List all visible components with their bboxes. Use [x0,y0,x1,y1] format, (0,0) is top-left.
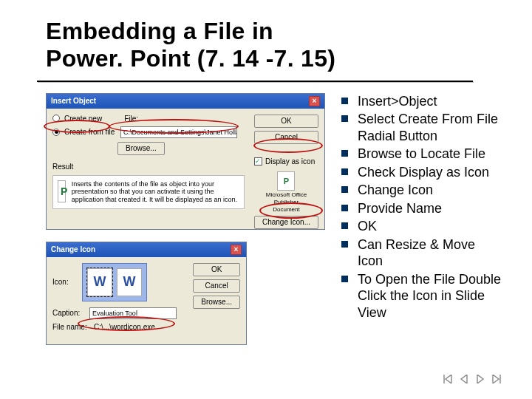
bullet-item: OK [340,218,502,235]
dialog2-title-text: Change Icon [51,245,95,253]
square-bullet-icon [341,150,348,157]
slide-title: Embedding a File in Power. Point (7. 14 … [46,18,502,72]
caption-label: Caption: [52,309,85,317]
bullet-item: Provide Name [340,200,502,217]
icon-caption-1: Microsoft Office [266,192,307,198]
nav-next-icon[interactable] [474,374,486,384]
dialog2-body: OK Cancel Browse... Icon: Caption: Evalu [47,257,246,342]
square-bullet-icon [341,186,348,193]
dialog-titlebar: Insert Object × [47,94,324,109]
cancel-button[interactable]: Cancel [254,131,318,144]
change-icon-dialog: Change Icon × OK Cancel Browse... Icon: [46,242,247,345]
word-icon[interactable] [87,268,112,296]
result-box: Inserts the contents of the file as obje… [52,175,245,209]
bullet-text: Browse to Locate File [358,146,485,161]
square-bullet-icon [341,168,348,175]
bullet-list: Insert>Object Select Create From File Ra… [340,93,502,321]
bullet-item: Browse to Locate File [340,146,502,163]
caption-input[interactable]: Evaluation Tool [89,307,177,319]
close-icon[interactable]: × [231,245,242,255]
file-path-input[interactable]: C:\Documents and Settings\Janet Holland\… [120,126,237,138]
bullet-text: Check Display as Icon [358,165,489,180]
display-as-icon-checkbox[interactable]: ✓ [254,157,262,166]
bullet-text: To Open the File Double Click the Icon i… [358,272,501,320]
icon-picker[interactable] [82,263,147,301]
nav-prev-icon[interactable] [458,374,470,384]
create-new-radio[interactable] [52,115,60,122]
bullet-item: Check Display as Icon [340,164,502,181]
filename-label: File name: [52,323,89,331]
close-icon[interactable]: × [309,96,320,106]
icon-label: Icon: [52,278,78,286]
create-from-file-label: Create from file [64,128,116,136]
display-as-icon-label: Display as icon [265,157,315,166]
square-bullet-icon [341,98,348,104]
bullet-item: Select Create From File Radial Button [340,111,502,144]
dialog2-side-buttons: OK Cancel Browse... [193,263,240,309]
title-underline [37,81,473,82]
icon-caption-3: Document [273,207,299,213]
dialog2-titlebar: Change Icon × [47,242,246,257]
result-publisher-icon [58,180,66,202]
word-icon[interactable] [117,268,142,296]
browse-button[interactable]: Browse... [193,296,240,309]
create-from-file-radio[interactable] [52,129,60,136]
bullet-text: Change Icon [358,183,433,197]
bullet-text: Provide Name [358,201,442,216]
square-bullet-icon [341,241,348,248]
square-bullet-icon [341,276,348,282]
caption-row: Caption: Evaluation Tool [52,307,240,319]
filename-value: C:\...\wordicon.exe [94,323,155,331]
insert-object-dialog: Insert Object × OK Cancel ✓ Display as i… [46,93,325,230]
bullet-text: Insert>Object [358,94,437,109]
bullet-text: Can Resize & Move Icon [358,237,475,269]
file-label: File: [124,115,138,123]
slide: Embedding a File in Power. Point (7. 14 … [0,0,532,399]
bullet-item: Can Resize & Move Icon [340,236,502,270]
display-as-icon-row: ✓ Display as icon [254,157,318,166]
bullet-text: OK [358,219,377,233]
content-row: Insert Object × OK Cancel ✓ Display as i… [46,93,502,357]
dialog-side-buttons: OK Cancel ✓ Display as icon P Microsoft … [254,115,318,229]
title-line-1: Embedding a File in [46,18,273,44]
dialog-title-text: Insert Object [51,97,96,105]
square-bullet-icon [341,115,348,122]
nav-first-icon[interactable] [442,374,454,384]
square-bullet-icon [341,222,348,229]
ok-button[interactable]: OK [254,115,318,128]
title-line-2: Power. Point (7. 14 -7. 15) [46,45,335,72]
icon-caption-2: Publisher [274,200,299,205]
publisher-icon: P [277,171,295,191]
ok-button[interactable]: OK [193,263,240,276]
bullet-column: Insert>Object Select Create From File Ra… [340,93,502,357]
slide-nav [442,374,502,384]
change-icon-button[interactable]: Change Icon... [254,216,318,229]
result-text: Inserts the contents of the file as obje… [72,180,239,204]
cancel-button[interactable]: Cancel [193,279,240,293]
icon-preview: P Microsoft Office Publisher Document [254,171,318,213]
bullet-item: Change Icon [340,182,502,199]
bullet-item: Insert>Object [340,93,502,110]
square-bullet-icon [341,205,348,211]
filename-row: File name: C:\...\wordicon.exe [52,323,240,331]
create-new-label: Create new [64,115,102,123]
bullet-text: Select Create From File Radial Button [358,112,498,143]
browse-button[interactable]: Browse... [117,142,165,155]
dialog-body: OK Cancel ✓ Display as icon P Microsoft … [47,109,324,216]
bullet-item: To Open the File Double Click the Icon i… [340,271,502,321]
nav-last-icon[interactable] [491,374,502,384]
screenshots-column: Insert Object × OK Cancel ✓ Display as i… [46,93,327,357]
